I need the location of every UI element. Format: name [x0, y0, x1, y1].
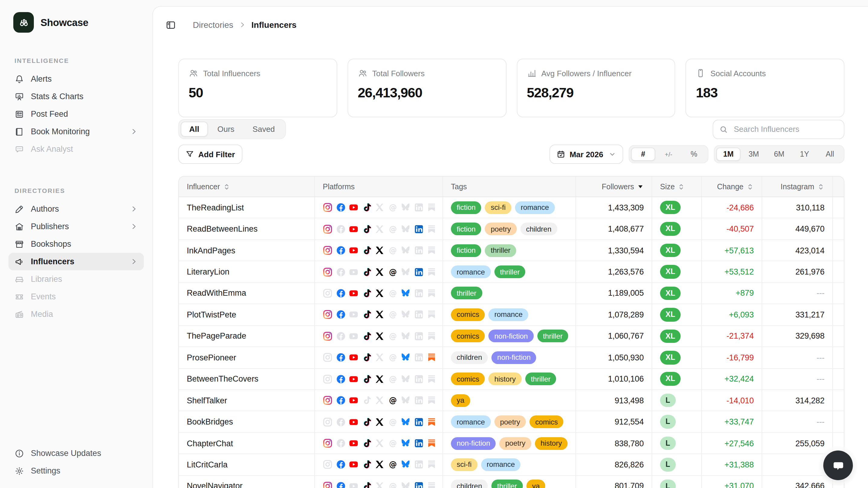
- table-row[interactable]: NovelNavigator@childrenthrillerya801,709…: [179, 476, 844, 488]
- app-logo[interactable]: Showcase: [8, 12, 144, 33]
- add-filter-button[interactable]: Add Filter: [178, 145, 242, 164]
- sidebar-item-book-monitoring[interactable]: Book Monitoring: [8, 123, 144, 140]
- sidebar-item-publishers[interactable]: Publishers: [8, 218, 144, 235]
- linkedin-icon[interactable]: [414, 438, 424, 448]
- x-icon[interactable]: [375, 417, 384, 427]
- tiktok-icon[interactable]: [362, 203, 371, 212]
- table-row[interactable]: LiteraryLion@romancethriller1,263,576XL+…: [179, 262, 844, 283]
- range-option-all[interactable]: All: [818, 148, 842, 161]
- influencer-name-cell[interactable]: ChapterChat: [179, 433, 315, 454]
- youtube-icon[interactable]: [349, 288, 359, 298]
- youtube-icon[interactable]: [349, 438, 359, 448]
- threads-icon[interactable]: @: [388, 460, 397, 469]
- bluesky-icon[interactable]: [401, 417, 410, 427]
- sidebar-item-settings[interactable]: Settings: [8, 462, 144, 480]
- instagram-icon[interactable]: [323, 481, 333, 488]
- influencer-name-cell[interactable]: BookBridges: [179, 411, 315, 432]
- influencer-name-cell[interactable]: ProsePioneer: [179, 347, 315, 368]
- range-option-3m[interactable]: 3M: [742, 148, 766, 161]
- tab-saved[interactable]: Saved: [244, 122, 283, 137]
- instagram-icon[interactable]: [323, 203, 333, 212]
- youtube-icon[interactable]: [349, 460, 359, 469]
- table-row[interactable]: ShelfTalker@ya913,498L-14,010314,282: [179, 390, 844, 411]
- table-row[interactable]: ReadWithEmma@thriller1,189,005XL+879---: [179, 283, 844, 304]
- column-header-change[interactable]: Change: [702, 177, 762, 196]
- table-row[interactable]: ProsePioneer@childrennon-fiction1,050,93…: [179, 347, 844, 369]
- sidebar-item-bookshops[interactable]: Bookshops: [8, 235, 144, 253]
- youtube-icon[interactable]: [349, 245, 359, 255]
- date-picker-button[interactable]: Mar 2026: [550, 145, 623, 164]
- influencer-name-cell[interactable]: LiteraryLion: [179, 262, 315, 282]
- x-icon[interactable]: [375, 310, 384, 319]
- search-box[interactable]: [713, 119, 844, 139]
- facebook-icon[interactable]: [336, 481, 345, 488]
- tab-ours[interactable]: Ours: [209, 122, 243, 137]
- range-option-1m[interactable]: 1M: [716, 148, 740, 161]
- influencer-name-cell[interactable]: InkAndPages: [179, 240, 315, 261]
- influencer-name-cell[interactable]: ThePageParade: [179, 326, 315, 346]
- youtube-icon[interactable]: [349, 374, 359, 384]
- sidebar-item-stats-charts[interactable]: Stats & Charts: [8, 88, 144, 105]
- chat-launcher-button[interactable]: [823, 451, 853, 480]
- tiktok-icon[interactable]: [362, 267, 371, 277]
- influencer-name-cell[interactable]: NovelNavigator: [179, 476, 315, 488]
- bluesky-icon[interactable]: [401, 438, 410, 448]
- influencer-name-cell[interactable]: PlotTwistPete: [179, 304, 315, 325]
- facebook-icon[interactable]: [336, 460, 345, 469]
- tab-all[interactable]: All: [181, 122, 208, 137]
- youtube-icon[interactable]: [349, 353, 359, 363]
- tiktok-icon[interactable]: [362, 438, 371, 448]
- range-option-6m[interactable]: 6M: [767, 148, 791, 161]
- table-row[interactable]: BookBridges@romancepoetrycomics912,554L+…: [179, 411, 844, 433]
- tiktok-icon[interactable]: [362, 331, 371, 341]
- table-row[interactable]: ReadBetweenLines@fictionpoetrychildren1,…: [179, 219, 844, 240]
- sidebar-item-influencers[interactable]: Influencers: [8, 253, 144, 270]
- linkedin-icon[interactable]: [414, 224, 424, 234]
- facebook-icon[interactable]: [336, 395, 345, 405]
- youtube-icon[interactable]: [349, 203, 359, 212]
- facebook-icon[interactable]: [336, 310, 345, 319]
- x-icon[interactable]: [375, 245, 384, 255]
- instagram-icon[interactable]: [323, 310, 333, 319]
- table-row[interactable]: BetweenTheCovers@comicshistorythriller1,…: [179, 369, 844, 390]
- table-row[interactable]: ChapterChat@non-fictionpoetryhistory838,…: [179, 433, 844, 454]
- x-icon[interactable]: [375, 267, 384, 277]
- x-icon[interactable]: [375, 374, 384, 384]
- facebook-icon[interactable]: [336, 203, 345, 212]
- sidebar-item-alerts[interactable]: Alerts: [8, 70, 144, 88]
- x-icon[interactable]: [375, 331, 384, 341]
- table-row[interactable]: TheReadingList@fictionsci-firomance1,433…: [179, 197, 844, 219]
- substack-icon[interactable]: [427, 438, 436, 448]
- x-icon[interactable]: [375, 288, 384, 298]
- influencer-name-cell[interactable]: ShelfTalker: [179, 390, 315, 411]
- influencer-name-cell[interactable]: BetweenTheCovers: [179, 369, 315, 390]
- substack-icon[interactable]: [427, 353, 436, 363]
- search-input[interactable]: [733, 124, 841, 134]
- linkedin-icon[interactable]: [414, 481, 424, 488]
- youtube-icon[interactable]: [349, 417, 359, 427]
- table-row[interactable]: PlotTwistPete@comicsromance1,078,289XL+6…: [179, 304, 844, 326]
- column-header-instagram[interactable]: Instagram: [762, 177, 833, 196]
- substack-icon[interactable]: [427, 417, 436, 427]
- tiktok-icon[interactable]: [362, 288, 371, 298]
- influencer-name-cell[interactable]: ReadBetweenLines: [179, 219, 315, 240]
- format-option--[interactable]: #: [631, 148, 655, 161]
- sidebar-toggle-icon[interactable]: [163, 17, 178, 33]
- instagram-icon[interactable]: [323, 331, 333, 341]
- bluesky-icon[interactable]: [401, 460, 410, 469]
- range-option-1y[interactable]: 1Y: [793, 148, 817, 161]
- threads-icon[interactable]: @: [388, 395, 397, 405]
- sidebar-item-post-feed[interactable]: Post Feed: [8, 105, 144, 123]
- format-option--[interactable]: %: [682, 148, 706, 161]
- linkedin-icon[interactable]: [414, 267, 424, 277]
- bluesky-icon[interactable]: [401, 353, 410, 363]
- format-option--[interactable]: +/-: [656, 148, 681, 161]
- x-icon[interactable]: [375, 460, 384, 469]
- instagram-icon[interactable]: [323, 267, 333, 277]
- youtube-icon[interactable]: [349, 395, 359, 405]
- sidebar-item-authors[interactable]: Authors: [8, 200, 144, 218]
- influencer-name-cell[interactable]: TheReadingList: [179, 197, 315, 218]
- tiktok-icon[interactable]: [362, 460, 371, 469]
- instagram-icon[interactable]: [323, 245, 333, 255]
- column-header-influencer[interactable]: Influencer: [179, 177, 315, 196]
